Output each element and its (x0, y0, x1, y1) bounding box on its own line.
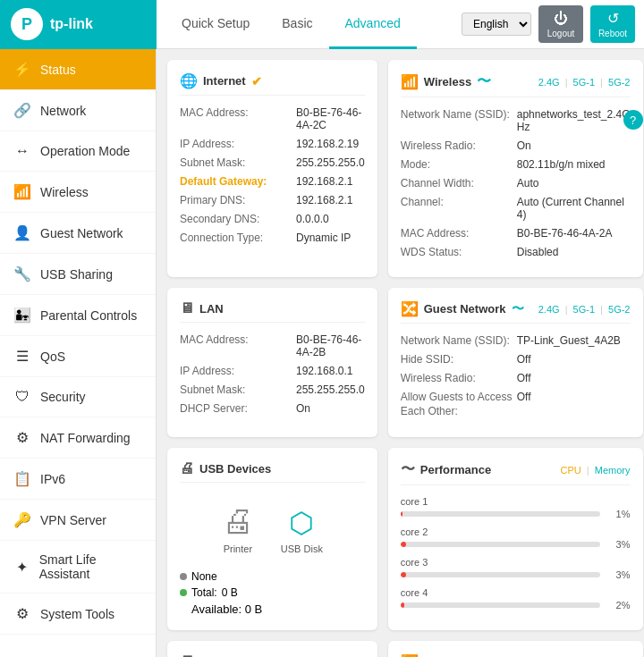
perf-core2-label: core 2 (401, 526, 631, 537)
wireless-card: 📶 Wireless 〜 2.4G | 5G-1 | 5G-2 (388, 60, 643, 277)
verified-icon: ✔ (251, 74, 262, 88)
wireless-tabs: 2.4G | 5G-1 | 5G-2 (538, 77, 631, 88)
guest-title: Guest Network (424, 302, 506, 316)
wireless-width-row: Channel Width: Auto (401, 177, 631, 190)
lan-icon: 🖥 (180, 300, 194, 316)
wireless-tab-24g[interactable]: 2.4G (538, 77, 560, 88)
perf-core4-bg (401, 602, 600, 608)
lan-title-area: 🖥 LAN (180, 300, 224, 316)
logout-button[interactable]: ⏻ Logout (538, 5, 583, 43)
perf-core1-bg (401, 511, 600, 517)
cards-grid: 🌐 Internet ✔ MAC Address: B0-BE-76-46-4A… (167, 60, 643, 657)
wired-icon: 🖥 (180, 653, 194, 657)
sidebar-item-network[interactable]: 🔗 Network (0, 90, 156, 131)
usb-total-row: Total: 0 B (180, 586, 365, 599)
sidebar-item-smart-life[interactable]: ✦ Smart Life Assistant (0, 541, 156, 594)
perf-tabs: CPU | Memory (561, 465, 631, 476)
wireless-mac-row: MAC Address: B0-BE-76-46-4A-2A (401, 227, 631, 240)
internet-conn-value: Dynamic IP (296, 232, 351, 244)
internet-conn-label: Connection Type: (180, 232, 296, 244)
guest-ssid-value: TP-Link_Guest_4A2B (517, 334, 621, 347)
perf-tab-cpu[interactable]: CPU (561, 465, 581, 476)
usb-devices-area: 🖨 Printer ⬡ USB Disk (180, 493, 365, 563)
wireless-mac-value: B0-BE-76-46-4A-2A (517, 227, 613, 240)
tab-basic[interactable]: Basic (266, 0, 328, 49)
tab-advanced[interactable]: Advanced (329, 0, 417, 49)
sidebar: ⚡ Status 🔗 Network ↔ Operation Mode 📶 Wi… (0, 49, 157, 657)
sidebar-item-usb-sharing[interactable]: 🔧 USB Sharing (0, 254, 156, 295)
guest-radio-label: Wireless Radio: (401, 372, 517, 384)
sidebar-item-ipv6[interactable]: 📋 IPv6 (0, 459, 156, 500)
perf-core2-pct: 3% (606, 539, 631, 550)
perf-core1-pct: 1% (606, 509, 631, 519)
logout-icon: ⏻ (554, 11, 568, 27)
perf-core4-bar-row: 2% (401, 600, 631, 611)
help-icon[interactable]: ? (623, 110, 643, 130)
internet-dns1-label: Primary DNS: (180, 194, 296, 206)
perf-tab-memory[interactable]: Memory (595, 465, 631, 476)
sidebar-item-parental-controls[interactable]: 👨‍👧 Parental Controls (0, 295, 156, 336)
sidebar-item-status[interactable]: ⚡ Status (0, 49, 156, 90)
sidebar-item-operation-mode[interactable]: ↔ Operation Mode (0, 131, 156, 172)
guest-tab-5g2[interactable]: 5G-2 (608, 304, 630, 315)
guest-tab-5g1[interactable]: 5G-1 (573, 304, 595, 315)
guest-icon: 👤 (13, 224, 31, 241)
sidebar-item-vpn-server[interactable]: 🔑 VPN Server (0, 500, 156, 541)
guest-tab-24g[interactable]: 2.4G (538, 304, 560, 315)
lan-subnet-row: Subnet Mask: 255.255.255.0 (180, 383, 365, 396)
wireless-card-icon: 📶 (401, 73, 419, 90)
sidebar-item-qos[interactable]: ☰ QoS (0, 336, 156, 377)
content-area: 🌐 Internet ✔ MAC Address: B0-BE-76-46-4A… (157, 49, 644, 657)
network-icon: 🔗 (13, 102, 31, 119)
perf-core1-fill (401, 511, 402, 517)
lan-ip-row: IP Address: 192.168.0.1 (180, 365, 365, 377)
usb-avail-label: Available: (191, 602, 242, 616)
perf-core1-label: core 1 (401, 496, 631, 507)
guest-hide-label: Hide SSID: (401, 353, 517, 366)
guest-card-header: 🔀 Guest Network 〜 2.4G | 5G-1 | 5G-2 (401, 300, 631, 324)
sidebar-label-vpn: VPN Server (40, 513, 106, 527)
language-select[interactable]: English (462, 13, 531, 36)
internet-subnet-row: Subnet Mask: 255.255.255.0 (180, 156, 365, 169)
printer-icon: 🖨 (222, 502, 254, 540)
tab-quick-setup[interactable]: Quick Setup (165, 0, 266, 49)
internet-dns2-row: Secondary DNS: 0.0.0.0 (180, 213, 365, 225)
wireless-ssid-row: Network Name (SSID): aphnetworks_test_2.… (401, 108, 631, 133)
qos-icon: ☰ (13, 348, 31, 365)
wireless-tab-5g2[interactable]: 5G-2 (608, 77, 630, 88)
internet-dns2-value: 0.0.0.0 (296, 213, 329, 225)
perf-card-header: 〜 Performance CPU | Memory (401, 460, 631, 485)
usb-total-label: Total: (191, 586, 217, 599)
smartlife-icon: ✦ (13, 559, 30, 576)
wireless-icon: 📶 (13, 183, 31, 200)
status-icon: ⚡ (13, 61, 31, 78)
internet-subnet-value: 255.255.255.0 (296, 156, 365, 169)
logo-area: P tp-link (0, 0, 157, 49)
usb-disk-item: ⬡ USB Disk (281, 506, 323, 554)
reboot-button[interactable]: ↺ Reboot (590, 5, 635, 43)
sidebar-item-security[interactable]: 🛡 Security (0, 377, 156, 417)
header: P tp-link Quick Setup Basic Advanced Eng… (0, 0, 644, 49)
lan-title: LAN (199, 302, 224, 316)
lan-subnet-label: Subnet Mask: (180, 383, 296, 396)
nav-tabs: Quick Setup Basic Advanced (157, 0, 462, 49)
sidebar-label-parental: Parental Controls (40, 308, 137, 323)
wireless-title-area: 📶 Wireless 〜 (401, 72, 491, 91)
lan-dhcp-row: DHCP Server: On (180, 402, 365, 415)
guest-hide-row: Hide SSID: Off (401, 353, 631, 366)
sidebar-label-security: Security (40, 390, 86, 404)
wireless-mac-label: MAC Address: (401, 227, 517, 240)
perf-core3-pct: 3% (606, 569, 631, 580)
sidebar-item-wireless[interactable]: 📶 Wireless (0, 172, 156, 213)
wireless-ssid-label: Network Name (SSID): (401, 108, 517, 133)
internet-mac-value: B0-BE-76-46-4A-2C (296, 106, 365, 131)
sidebar-item-nat-forwarding[interactable]: ⚙ NAT Forwarding (0, 417, 156, 459)
perf-title: Performance (420, 463, 491, 476)
wireless-radio-value: On (517, 139, 531, 152)
internet-mac-label: MAC Address: (180, 106, 296, 131)
sidebar-item-guest-network[interactable]: 👤 Guest Network (0, 213, 156, 254)
wireless-tab-5g1[interactable]: 5G-1 (573, 77, 595, 88)
sidebar-item-system-tools[interactable]: ⚙ System Tools (0, 594, 156, 635)
lan-dhcp-label: DHCP Server: (180, 402, 296, 415)
nav-right: English ⏻ Logout ↺ Reboot (462, 5, 644, 43)
